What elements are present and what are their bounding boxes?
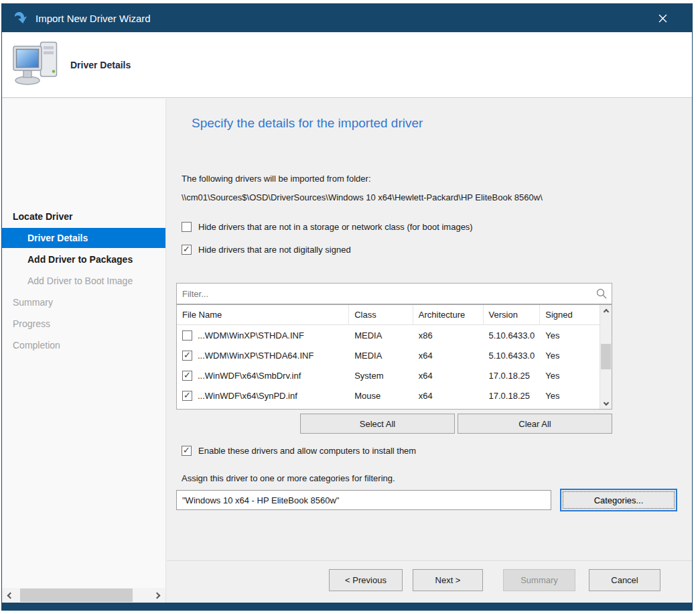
cell-architecture: x64 [413,391,484,401]
row-checkbox[interactable] [182,351,192,361]
column-header-architecture[interactable]: Architecture [413,305,484,324]
hide-unsigned-label: Hide drivers that are not digitally sign… [198,245,351,255]
driver-table: File Name Class Architecture Version Sig… [176,304,612,410]
cell-class: MEDIA [349,351,413,361]
cell-file-name: ...WDM\WinXP\STHDA64.INF [198,351,313,361]
filter-input[interactable] [176,283,612,304]
enable-drivers-checkbox[interactable] [182,446,192,456]
select-all-button[interactable]: Select All [300,414,455,434]
hide-storage-label: Hide drivers that are not in a storage o… [198,222,473,232]
filter-box [176,283,612,304]
scroll-up-icon[interactable] [600,306,612,317]
hide-unsigned-checkbox-row: Hide drivers that are not digitally sign… [182,243,351,255]
sidebar-horizontal-scrollbar[interactable] [2,588,166,603]
cell-file-name: ...WDM\WinXP\STHDA.INF [198,330,304,341]
cell-signed: Yes [540,391,600,401]
column-header-version[interactable]: Version [484,305,541,324]
column-header-class[interactable]: Class [349,305,413,324]
close-button[interactable] [649,4,676,32]
nav-item-locate-driver[interactable]: Locate Driver [2,206,166,227]
category-input[interactable] [176,490,551,510]
close-icon [658,14,667,23]
cell-architecture: x64 [413,351,484,361]
window-bottom-bar [2,603,692,610]
nav-item-completion: Completion [2,335,166,355]
table-header: File Name Class Architecture Version Sig… [177,305,600,325]
wizard-window: Import New Driver Wizard [1,3,693,611]
column-header-signed[interactable]: Signed [540,305,600,324]
table-row[interactable]: ...WDM\WinXP\STHDA.INF MEDIA x86 5.10.64… [177,325,600,345]
column-header-file-name[interactable]: File Name [177,305,349,324]
cell-architecture: x86 [413,330,484,341]
cell-version: 5.10.6433.0 [484,330,541,341]
page-title: Driver Details [70,32,131,98]
intro-text: The following drivers will be imported f… [182,174,371,184]
window-title: Import New Driver Wizard [36,13,151,24]
nav-item-summary: Summary [2,292,166,312]
content-panel: Specify the details for the imported dri… [167,99,692,603]
row-checkbox[interactable] [182,330,192,341]
nav-item-driver-details[interactable]: Driver Details [2,228,166,248]
cell-signed: Yes [540,330,600,341]
cell-class: MEDIA [349,330,413,341]
table-row[interactable]: ...WDM\WinXP\STHDA64.INF MEDIA x64 5.10.… [177,345,600,365]
cell-class: Mouse [349,391,413,401]
wizard-arrow-icon [13,10,29,26]
summary-button[interactable]: Summary [503,569,575,591]
table-row[interactable]: ...WinWDF\x64\SynPD.inf Mouse x64 17.0.1… [177,385,600,406]
hide-storage-checkbox-row: Hide drivers that are not in a storage o… [182,221,473,233]
screen: Import New Driver Wizard [0,0,700,614]
content-heading: Specify the details for the imported dri… [192,116,423,131]
next-button[interactable]: Next > [413,569,483,591]
table-row[interactable]: ...WinWDF\x64\SmbDrv.inf System x64 17.0… [177,365,600,385]
enable-drivers-label: Enable these drivers and allow computers… [198,446,416,456]
cell-version: 17.0.18.25 [484,391,541,401]
scroll-right-icon[interactable] [149,588,165,603]
previous-button[interactable]: < Previous [329,569,403,591]
wizard-nav: Locate Driver Driver Details Add Driver … [2,99,166,603]
nav-item-add-driver-to-packages[interactable]: Add Driver to Packages [2,249,166,269]
cell-file-name: ...WinWDF\x64\SmbDrv.inf [198,371,301,381]
cell-file-name: ...WinWDF\x64\SynPD.inf [198,391,297,401]
nav-item-add-driver-to-boot-image: Add Driver to Boot Image [2,271,166,291]
table-vertical-scrollbar[interactable] [600,305,612,409]
cell-signed: Yes [540,351,600,361]
driver-folder-path: \\cm01\Sources$\OSD\DriverSources\Window… [182,192,543,202]
cell-signed: Yes [540,371,600,381]
cell-version: 5.10.6433.0 [484,351,541,361]
row-checkbox[interactable] [182,391,192,401]
titlebar: Import New Driver Wizard [2,4,692,32]
assign-category-text: Assign this driver to one or more catego… [182,473,395,483]
table-scrollbar-thumb[interactable] [601,344,611,369]
cell-architecture: x64 [413,371,484,381]
row-checkbox[interactable] [182,371,192,381]
sidebar-scrollbar-thumb[interactable] [20,589,133,602]
categories-button[interactable]: Categories... [560,489,677,511]
scroll-down-icon[interactable] [600,397,612,408]
scroll-left-icon[interactable] [2,588,18,603]
clear-all-button[interactable]: Clear All [458,414,612,434]
cancel-button[interactable]: Cancel [589,569,660,591]
cell-class: System [349,371,413,381]
footer-divider [167,560,692,561]
search-icon [596,288,608,302]
cell-version: 17.0.18.25 [484,371,541,381]
hide-storage-checkbox[interactable] [182,222,192,232]
nav-item-progress: Progress [2,314,166,334]
computer-icon [11,38,64,93]
enable-drivers-checkbox-row: Enable these drivers and allow computers… [182,444,416,456]
wizard-header: Driver Details [2,32,692,98]
hide-unsigned-checkbox[interactable] [182,245,192,255]
